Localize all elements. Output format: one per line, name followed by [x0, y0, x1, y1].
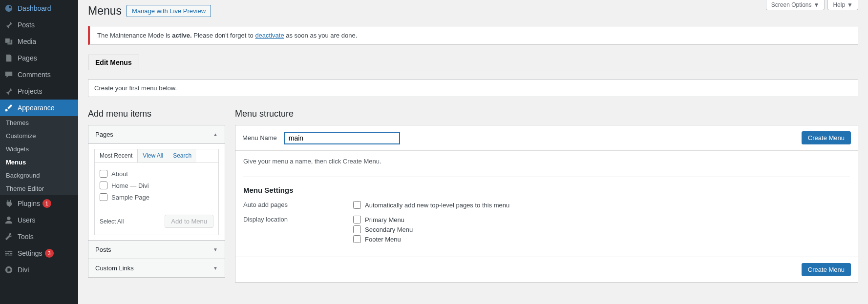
tab-edit-menus[interactable]: Edit Menus [88, 55, 139, 70]
menu-name-input[interactable] [284, 132, 400, 144]
location-checkbox[interactable] [353, 235, 361, 243]
display-location-label: Display location [243, 216, 353, 245]
pages-list: About Home — Divi Sample Page [94, 162, 219, 235]
submenu-theme-editor[interactable]: Theme Editor [0, 182, 78, 195]
page-icon [4, 53, 14, 63]
add-menu-items-title: Add menu items [88, 109, 225, 119]
auto-add-checkbox[interactable] [353, 201, 361, 209]
notice-text-prefix: The Maintenance Mode is [97, 32, 172, 39]
create-menu-button-top[interactable]: Create Menu [802, 131, 851, 144]
wrench-icon [4, 232, 14, 242]
deactivate-link[interactable]: deactivate [255, 32, 284, 39]
location-option[interactable]: Secondary Menu [353, 225, 413, 233]
accordion-header-posts[interactable]: Posts ▼ [88, 241, 225, 259]
page-item[interactable]: About [100, 168, 213, 180]
maintenance-notice: The Maintenance Mode is active. Please d… [88, 26, 858, 45]
pin-icon [4, 86, 14, 96]
sidebar-item-users[interactable]: Users [0, 212, 78, 228]
sidebar-item-posts[interactable]: Posts [0, 17, 78, 33]
dashboard-icon [4, 3, 14, 13]
update-badge: 3 [45, 249, 54, 258]
sidebar-item-label: Plugins [18, 200, 40, 207]
page-checkbox[interactable] [100, 193, 107, 201]
menu-settings-title: Menu Settings [243, 186, 850, 194]
sidebar-item-divi[interactable]: Divi [0, 262, 78, 278]
auto-add-label: Auto add pages [243, 201, 353, 211]
pin-icon [4, 20, 14, 30]
page-checkbox[interactable] [100, 170, 107, 178]
sidebar-submenu: Themes Customize Widgets Menus Backgroun… [0, 116, 78, 195]
brush-icon [4, 103, 14, 113]
sidebar-item-projects[interactable]: Projects [0, 83, 78, 100]
sidebar-item-dashboard[interactable]: Dashboard [0, 0, 78, 17]
page-title: Menus [88, 4, 122, 18]
select-all-link[interactable]: Select All [100, 218, 124, 225]
sliders-icon [4, 248, 14, 258]
sidebar-item-pages[interactable]: Pages [0, 50, 78, 66]
help-button[interactable]: Help ▼ [827, 0, 858, 10]
accordion-label: Posts [95, 246, 111, 253]
sidebar-item-plugins[interactable]: Plugins 1 [0, 195, 78, 212]
nav-tabs: Edit Menus [88, 55, 858, 70]
sidebar-item-label: Comments [18, 71, 51, 79]
submenu-menus[interactable]: Menus [0, 156, 78, 169]
sidebar-item-label: Projects [18, 87, 42, 95]
menu-hint: Give your menu a name, then click Create… [243, 158, 850, 177]
submenu-widgets[interactable]: Widgets [0, 142, 78, 156]
create-menu-button-bottom[interactable]: Create Menu [802, 263, 851, 276]
location-checkbox[interactable] [353, 225, 361, 233]
subtab-view-all[interactable]: View All [138, 149, 168, 162]
page-item[interactable]: Sample Page [100, 191, 213, 203]
location-option[interactable]: Footer Menu [353, 235, 413, 243]
screen-options-label: Screen Options [771, 1, 812, 8]
sidebar-item-label: Dashboard [18, 4, 51, 12]
accordion-label: Custom Links [95, 264, 134, 272]
sidebar-item-settings[interactable]: Settings 3 [0, 245, 78, 262]
accordion-pages: Pages ▲ Most Recent View All Search A [88, 125, 225, 241]
sidebar-item-label: Pages [18, 54, 37, 62]
accordion-header-pages[interactable]: Pages ▲ [88, 125, 225, 144]
live-preview-button[interactable]: Manage with Live Preview [127, 5, 211, 17]
sidebar-item-label: Tools [18, 233, 34, 241]
page-header: Menus Manage with Live Preview [88, 0, 858, 20]
subtab-search[interactable]: Search [168, 149, 196, 162]
user-icon [4, 215, 14, 225]
sidebar-item-tools[interactable]: Tools [0, 228, 78, 245]
comment-icon [4, 70, 14, 80]
sidebar-item-label: Media [18, 38, 36, 45]
submenu-themes[interactable]: Themes [0, 116, 78, 129]
accordion-header-custom-links[interactable]: Custom Links ▼ [88, 259, 225, 277]
chevron-down-icon: ▼ [213, 265, 218, 271]
location-label: Primary Menu [365, 216, 404, 223]
location-label: Footer Menu [365, 236, 401, 243]
sidebar-item-label: Appearance [18, 104, 55, 112]
sidebar-item-label: Posts [18, 21, 35, 29]
chevron-down-icon: ▼ [213, 247, 218, 252]
accordion-custom-links: Custom Links ▼ [88, 259, 225, 278]
pages-subtabs: Most Recent View All Search [94, 149, 219, 162]
sidebar-item-appearance[interactable]: Appearance [0, 100, 78, 116]
notice-text-suffix: as soon as you are done. [284, 32, 358, 39]
screen-options-button[interactable]: Screen Options ▼ [766, 0, 825, 10]
page-checkbox[interactable] [100, 182, 107, 189]
location-option[interactable]: Primary Menu [353, 216, 413, 223]
sidebar-item-comments[interactable]: Comments [0, 66, 78, 83]
location-checkbox[interactable] [353, 216, 361, 223]
help-label: Help [833, 1, 845, 8]
sidebar-item-label: Divi [18, 266, 29, 274]
accordion-posts: Posts ▼ [88, 241, 225, 259]
chevron-up-icon: ▲ [213, 132, 218, 137]
notice-bold: active. [172, 32, 191, 39]
plug-icon [4, 199, 14, 208]
submenu-background[interactable]: Background [0, 169, 78, 182]
auto-add-option[interactable]: Automatically add new top-level pages to… [353, 201, 509, 209]
add-to-menu-button[interactable]: Add to Menu [165, 215, 213, 228]
page-item-label: About [111, 170, 128, 178]
notice-text-mid: Please don't forget to [192, 32, 255, 39]
sidebar-item-media[interactable]: Media [0, 33, 78, 50]
page-item[interactable]: Home — Divi [100, 180, 213, 191]
subtab-most-recent[interactable]: Most Recent [95, 149, 138, 162]
submenu-customize[interactable]: Customize [0, 129, 78, 142]
accordion-label: Pages [95, 131, 113, 138]
page-item-label: Home — Divi [111, 182, 149, 189]
